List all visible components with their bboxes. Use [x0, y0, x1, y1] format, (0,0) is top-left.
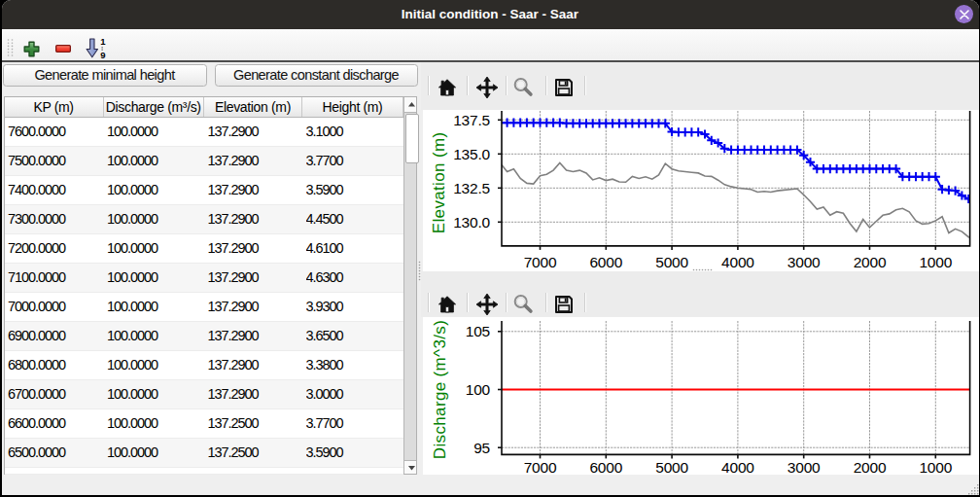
- svg-text:5000: 5000: [655, 459, 688, 476]
- svg-text:137.5: 137.5: [453, 112, 490, 128]
- svg-text:135.0: 135.0: [453, 146, 490, 162]
- svg-text:3000: 3000: [787, 254, 820, 270]
- svg-text:4000: 4000: [721, 459, 754, 476]
- svg-text:130.0: 130.0: [453, 214, 490, 231]
- svg-text:9: 9: [100, 50, 105, 59]
- svg-text:132.5: 132.5: [453, 180, 490, 196]
- svg-text:3000: 3000: [787, 459, 820, 476]
- svg-text:2000: 2000: [853, 254, 886, 270]
- svg-text:6000: 6000: [589, 254, 622, 270]
- svg-text:1: 1: [100, 38, 106, 47]
- svg-text:4000: 4000: [721, 254, 754, 270]
- svg-text:2000: 2000: [853, 459, 886, 476]
- svg-text:1000: 1000: [919, 459, 952, 476]
- svg-text:6000: 6000: [589, 459, 622, 476]
- svg-text:7000: 7000: [523, 459, 556, 476]
- svg-text:105: 105: [465, 323, 489, 339]
- svg-text:7000: 7000: [523, 254, 556, 270]
- svg-text:5000: 5000: [655, 254, 688, 270]
- svg-text:95: 95: [473, 440, 490, 456]
- svg-text:Elevation (m): Elevation (m): [430, 132, 448, 234]
- svg-text:1000: 1000: [919, 254, 952, 270]
- svg-text:Discharge (m^3/s): Discharge (m^3/s): [430, 320, 448, 459]
- svg-text:100: 100: [465, 381, 490, 398]
